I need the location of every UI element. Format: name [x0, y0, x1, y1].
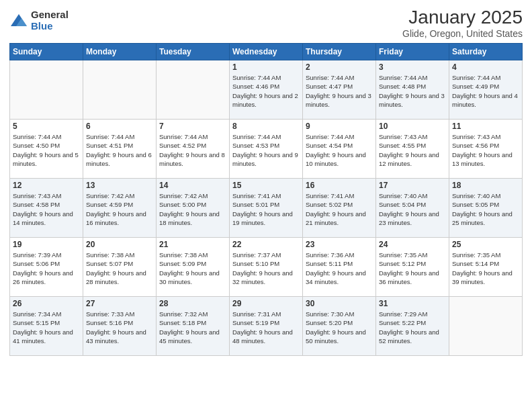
day-detail: Sunrise: 7:33 AM Sunset: 5:16 PM Dayligh… — [86, 310, 153, 345]
day-detail: Sunrise: 7:44 AM Sunset: 4:51 PM Dayligh… — [86, 132, 153, 168]
day-detail: Sunrise: 7:41 AM Sunset: 5:01 PM Dayligh… — [232, 191, 300, 227]
logo-text: General Blue — [31, 9, 69, 32]
day-detail: Sunrise: 7:34 AM Sunset: 5:15 PM Dayligh… — [13, 310, 80, 345]
day-number: 5 — [13, 122, 80, 131]
day-number: 22 — [232, 240, 300, 249]
day-detail: Sunrise: 7:40 AM Sunset: 5:05 PM Dayligh… — [452, 191, 519, 227]
calendar-cell: 1Sunrise: 7:44 AM Sunset: 4:46 PM Daylig… — [230, 60, 303, 120]
day-detail: Sunrise: 7:43 AM Sunset: 4:55 PM Dayligh… — [379, 132, 446, 168]
calendar-week-row: 19Sunrise: 7:39 AM Sunset: 5:06 PM Dayli… — [10, 238, 523, 297]
calendar-cell: 21Sunrise: 7:38 AM Sunset: 5:09 PM Dayli… — [157, 238, 230, 297]
day-detail: Sunrise: 7:32 AM Sunset: 5:18 PM Dayligh… — [159, 310, 226, 345]
day-detail: Sunrise: 7:38 AM Sunset: 5:07 PM Dayligh… — [86, 250, 153, 286]
day-number: 28 — [159, 299, 226, 308]
day-detail: Sunrise: 7:29 AM Sunset: 5:22 PM Dayligh… — [379, 310, 446, 345]
weekday-header-row: SundayMondayTuesdayWednesdayThursdayFrid… — [10, 44, 523, 60]
day-detail: Sunrise: 7:44 AM Sunset: 4:52 PM Dayligh… — [159, 132, 226, 168]
calendar-cell: 22Sunrise: 7:37 AM Sunset: 5:10 PM Dayli… — [230, 238, 303, 297]
day-number: 18 — [452, 181, 519, 190]
calendar-cell: 17Sunrise: 7:40 AM Sunset: 5:04 PM Dayli… — [376, 179, 449, 238]
day-detail: Sunrise: 7:39 AM Sunset: 5:06 PM Dayligh… — [13, 250, 80, 286]
calendar-cell: 24Sunrise: 7:35 AM Sunset: 5:12 PM Dayli… — [376, 238, 449, 297]
day-number: 24 — [379, 240, 446, 249]
calendar-cell: 9Sunrise: 7:44 AM Sunset: 4:54 PM Daylig… — [303, 120, 376, 179]
calendar-cell: 18Sunrise: 7:40 AM Sunset: 5:05 PM Dayli… — [449, 179, 523, 238]
calendar-cell — [83, 60, 157, 120]
day-number: 31 — [379, 299, 446, 308]
day-number: 14 — [159, 181, 226, 190]
calendar-cell: 19Sunrise: 7:39 AM Sunset: 5:06 PM Dayli… — [10, 238, 83, 297]
logo-general: General — [31, 9, 69, 21]
logo-icon — [9, 11, 28, 30]
day-number: 10 — [379, 122, 446, 131]
day-number: 6 — [86, 122, 153, 131]
day-detail: Sunrise: 7:35 AM Sunset: 5:12 PM Dayligh… — [379, 250, 446, 286]
calendar-cell: 5Sunrise: 7:44 AM Sunset: 4:50 PM Daylig… — [10, 120, 83, 179]
day-number: 16 — [306, 181, 373, 190]
day-number: 11 — [452, 122, 519, 131]
day-number: 13 — [86, 181, 153, 190]
weekday-header: Monday — [83, 44, 157, 60]
calendar-cell: 12Sunrise: 7:43 AM Sunset: 4:58 PM Dayli… — [10, 179, 83, 238]
calendar-cell — [157, 60, 230, 120]
calendar-cell: 25Sunrise: 7:35 AM Sunset: 5:14 PM Dayli… — [449, 238, 523, 297]
subtitle: Glide, Oregon, United States — [402, 28, 523, 39]
day-detail: Sunrise: 7:35 AM Sunset: 5:14 PM Dayligh… — [452, 250, 519, 286]
day-number: 3 — [379, 62, 446, 72]
day-detail: Sunrise: 7:44 AM Sunset: 4:50 PM Dayligh… — [13, 132, 80, 168]
day-detail: Sunrise: 7:44 AM Sunset: 4:49 PM Dayligh… — [452, 73, 519, 109]
weekday-header: Wednesday — [230, 44, 303, 60]
day-number: 25 — [452, 240, 519, 249]
calendar-cell: 2Sunrise: 7:44 AM Sunset: 4:47 PM Daylig… — [303, 60, 376, 120]
calendar-cell: 7Sunrise: 7:44 AM Sunset: 4:52 PM Daylig… — [157, 120, 230, 179]
calendar-cell: 14Sunrise: 7:42 AM Sunset: 5:00 PM Dayli… — [157, 179, 230, 238]
header: General Blue January 2025 Glide, Oregon,… — [9, 7, 523, 39]
day-detail: Sunrise: 7:36 AM Sunset: 5:11 PM Dayligh… — [306, 250, 373, 286]
day-number: 8 — [232, 122, 300, 131]
day-detail: Sunrise: 7:30 AM Sunset: 5:20 PM Dayligh… — [306, 310, 373, 345]
page: General Blue January 2025 Glide, Oregon,… — [0, 0, 532, 411]
calendar-cell: 8Sunrise: 7:44 AM Sunset: 4:53 PM Daylig… — [230, 120, 303, 179]
calendar-cell: 3Sunrise: 7:44 AM Sunset: 4:48 PM Daylig… — [376, 60, 449, 120]
day-number: 29 — [232, 299, 300, 308]
calendar-cell: 26Sunrise: 7:34 AM Sunset: 5:15 PM Dayli… — [10, 297, 83, 356]
day-number: 21 — [159, 240, 226, 249]
day-detail: Sunrise: 7:44 AM Sunset: 4:54 PM Dayligh… — [306, 132, 373, 168]
calendar-week-row: 12Sunrise: 7:43 AM Sunset: 4:58 PM Dayli… — [10, 179, 523, 238]
day-detail: Sunrise: 7:44 AM Sunset: 4:46 PM Dayligh… — [232, 73, 300, 109]
calendar-table: SundayMondayTuesdayWednesdayThursdayFrid… — [9, 43, 523, 356]
calendar-cell — [10, 60, 83, 120]
day-number: 2 — [306, 62, 373, 72]
day-number: 27 — [86, 299, 153, 308]
weekday-header: Sunday — [10, 44, 83, 60]
weekday-header: Tuesday — [157, 44, 230, 60]
day-detail: Sunrise: 7:42 AM Sunset: 5:00 PM Dayligh… — [159, 191, 226, 227]
day-detail: Sunrise: 7:43 AM Sunset: 4:56 PM Dayligh… — [452, 132, 519, 168]
calendar-cell: 20Sunrise: 7:38 AM Sunset: 5:07 PM Dayli… — [83, 238, 157, 297]
day-detail: Sunrise: 7:38 AM Sunset: 5:09 PM Dayligh… — [159, 250, 226, 286]
calendar-cell: 29Sunrise: 7:31 AM Sunset: 5:19 PM Dayli… — [230, 297, 303, 356]
calendar-cell: 13Sunrise: 7:42 AM Sunset: 4:59 PM Dayli… — [83, 179, 157, 238]
day-number: 7 — [159, 122, 226, 131]
calendar-cell: 10Sunrise: 7:43 AM Sunset: 4:55 PM Dayli… — [376, 120, 449, 179]
day-detail: Sunrise: 7:40 AM Sunset: 5:04 PM Dayligh… — [379, 191, 446, 227]
calendar-cell: 23Sunrise: 7:36 AM Sunset: 5:11 PM Dayli… — [303, 238, 376, 297]
day-detail: Sunrise: 7:37 AM Sunset: 5:10 PM Dayligh… — [232, 250, 300, 286]
calendar-week-row: 5Sunrise: 7:44 AM Sunset: 4:50 PM Daylig… — [10, 120, 523, 179]
title-block: January 2025 Glide, Oregon, United State… — [402, 7, 523, 39]
calendar-week-row: 1Sunrise: 7:44 AM Sunset: 4:46 PM Daylig… — [10, 60, 523, 120]
day-number: 4 — [452, 62, 519, 72]
day-number: 1 — [232, 62, 300, 72]
day-number: 12 — [13, 181, 80, 190]
weekday-header: Thursday — [303, 44, 376, 60]
weekday-header: Friday — [376, 44, 449, 60]
day-number: 19 — [13, 240, 80, 249]
day-detail: Sunrise: 7:42 AM Sunset: 4:59 PM Dayligh… — [86, 191, 153, 227]
day-number: 15 — [232, 181, 300, 190]
logo: General Blue — [9, 9, 69, 32]
calendar-week-row: 26Sunrise: 7:34 AM Sunset: 5:15 PM Dayli… — [10, 297, 523, 356]
calendar-cell — [449, 297, 523, 356]
day-number: 9 — [306, 122, 373, 131]
day-number: 26 — [13, 299, 80, 308]
main-title: January 2025 — [402, 7, 523, 28]
